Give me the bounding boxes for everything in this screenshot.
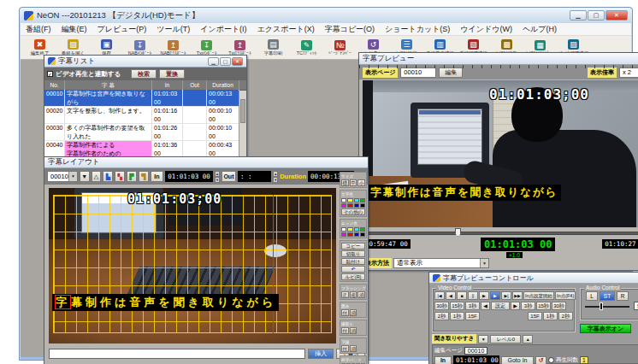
color-swatch[interactable]	[347, 227, 352, 232]
listen-up-button[interactable]: ▲	[523, 335, 533, 343]
skip-button-1[interactable]: 15秒	[450, 302, 464, 310]
seek-slider-track[interactable]	[364, 232, 638, 235]
transport-pause-button[interactable]: ||	[468, 291, 478, 300]
color-swatch[interactable]	[341, 232, 346, 237]
ruby-button[interactable]: ルビ(R)	[341, 273, 365, 280]
color-swatch[interactable]	[354, 232, 359, 237]
in-spinner[interactable]: ▲▼	[215, 171, 220, 182]
fine-right-0[interactable]: 15F	[528, 312, 542, 320]
outline-option-消[interactable]: 消	[350, 327, 357, 334]
layout-tool-icon-3[interactable]: ▛	[127, 171, 137, 182]
transport-stop-button[interactable]: ■	[457, 291, 467, 300]
transport-play-button[interactable]: ▶	[490, 291, 500, 300]
list-maximize-icon[interactable]: ▢	[220, 57, 231, 66]
color-swatch[interactable]	[360, 198, 365, 203]
fine-left-0[interactable]: 2秒	[434, 312, 449, 320]
underline-option-付[interactable]: 付	[341, 345, 349, 352]
page-up-button[interactable]: △	[92, 171, 102, 182]
transport-rewind-button[interactable]: ◀	[446, 291, 456, 300]
in-f4-button[interactable]: In点(F4)	[555, 291, 576, 300]
search-button[interactable]: 検索	[131, 69, 157, 79]
skip-button-3[interactable]: ◀	[481, 302, 490, 310]
menu-item-編集(E)[interactable]: 編集(E)	[56, 24, 92, 35]
preview-video[interactable]: 01:01:03;00 字幕制作は音声を聞き取りながら	[363, 80, 638, 227]
color-swatch[interactable]	[347, 232, 352, 237]
flash-option-逆[interactable]: 逆	[350, 291, 357, 298]
subtitle-cursor-char[interactable]: 字	[55, 295, 71, 309]
link-playback-checkbox[interactable]: ✓	[47, 71, 53, 77]
toolbar-button-nab-export[interactable]: ↥NABｴｸｽﾎﾟｰﾄ	[157, 39, 190, 56]
outline-option-付[interactable]: 付	[341, 327, 349, 334]
caption-display-on-button[interactable]: 字幕表示オン	[580, 324, 631, 333]
page-down-button[interactable]: ▼	[80, 171, 90, 182]
size-option-標準[interactable]: 標準	[341, 179, 349, 186]
edit-button[interactable]: 編集	[439, 68, 463, 78]
list-scrollbar-thumb[interactable]	[240, 99, 245, 123]
fine-left-2[interactable]: 15F	[465, 312, 480, 320]
toolbar-button-nab-import[interactable]: ↧NABｲﾝﾎﾟｰﾄ	[123, 39, 157, 56]
color-swatch[interactable]	[360, 232, 365, 237]
column-header-4[interactable]: Duration	[207, 80, 239, 90]
box-option-付[interactable]: 付	[341, 309, 349, 316]
skip-button-0[interactable]: 30秒	[434, 302, 449, 310]
display-method-select[interactable]: 通常表示▼	[393, 258, 489, 268]
transport-frame-play-button[interactable]: ▶	[479, 291, 489, 300]
insert-button[interactable]: 挿入	[308, 349, 334, 359]
table-row[interactable]: 00030多くの字幕制作者の要望を取り入れた01:01:26 0000:00:1…	[44, 124, 246, 141]
channel-R-button[interactable]: R	[617, 291, 629, 301]
color-swatch[interactable]	[347, 203, 352, 208]
layout-tool-icon-4[interactable]: ▜	[139, 171, 149, 182]
subtitle-text-input[interactable]	[49, 349, 305, 359]
fine-right-2[interactable]: 2秒	[558, 312, 573, 320]
volume-slider-track[interactable]	[585, 306, 629, 308]
menu-item-ショートカット(S)[interactable]: ショートカット(S)	[380, 24, 455, 35]
column-header-2[interactable]: In	[152, 80, 183, 90]
color-swatch[interactable]	[354, 198, 359, 203]
close-button[interactable]: ✕	[606, 10, 628, 21]
out-spinner[interactable]: ▲▼	[273, 171, 278, 182]
color-swatch[interactable]	[341, 227, 346, 232]
column-header-1[interactable]: 字 幕	[65, 80, 152, 90]
maximize-button[interactable]: ▢	[588, 10, 605, 21]
ctl-in-button[interactable]: In	[434, 356, 452, 364]
skip-button-4[interactable]: 設定	[491, 302, 510, 310]
seek-slider-thumb[interactable]	[455, 228, 461, 237]
undo-icon[interactable]: ↶	[341, 266, 365, 273]
menu-item-ウインドウ(W)[interactable]: ウインドウ(W)	[455, 24, 517, 35]
flash-option-消[interactable]: 消	[357, 291, 365, 298]
flash-option-正[interactable]: 正	[341, 291, 349, 298]
list-scrollbar[interactable]	[239, 91, 246, 162]
in-set-start-button[interactable]: In点設定開始	[523, 291, 554, 300]
color-swatch[interactable]	[354, 227, 359, 232]
color-swatch[interactable]	[347, 198, 352, 203]
paste-button[interactable]: 貼付け	[341, 258, 365, 265]
fine-right-1[interactable]: 1秒	[543, 312, 558, 320]
layout-tool-icon-1[interactable]: ▙	[103, 171, 113, 182]
transport-fast-forward-button[interactable]: ▶▶	[512, 291, 523, 300]
color-swatch[interactable]	[341, 203, 346, 208]
toolbar-button-txt-import[interactable]: ↧Txtｲﾝﾎﾟｰﾄ	[190, 39, 223, 56]
layout-tool-icon-2[interactable]: ▚	[115, 171, 125, 182]
replace-button[interactable]: 置換	[159, 69, 185, 79]
menu-item-番組(F)[interactable]: 番組(F)	[21, 24, 56, 35]
color-swatch[interactable]	[341, 198, 346, 203]
skip-button-8[interactable]: 30秒	[552, 302, 566, 310]
fine-left-1[interactable]: 1秒	[450, 312, 464, 320]
transport-jump-start-button[interactable]: |◀	[434, 291, 445, 300]
other-color-button[interactable]: その他の色	[341, 208, 365, 215]
color-swatch[interactable]	[360, 203, 365, 208]
zoom-select[interactable]: x 2▼	[619, 68, 638, 78]
copy-button[interactable]: コピー	[341, 243, 365, 250]
menu-item-ヘルプ(H)[interactable]: ヘルプ(H)	[517, 24, 562, 35]
skip-button-6[interactable]: 3秒	[521, 302, 535, 310]
transport-step-button[interactable]: ▶|	[501, 291, 511, 300]
volume-slider-thumb[interactable]	[600, 302, 603, 310]
list-minimize-icon[interactable]: ▁	[208, 57, 219, 66]
table-row[interactable]: 00010字幕制作は音声を聞き取りながら01:01:03 0000:00:13 …	[44, 90, 246, 107]
toolbar-button-txt-export[interactable]: ↥Txtｴｸｽﾎﾟｰﾄ	[223, 39, 257, 56]
out-button[interactable]: Out	[222, 171, 236, 182]
skip-button-5[interactable]: ▶	[511, 302, 520, 310]
minimize-button[interactable]: ▁	[570, 10, 587, 21]
list-title-bar[interactable]: 字幕リスト ▁ ▢ ✕	[44, 56, 246, 68]
loop-icon[interactable]: ↺	[535, 356, 546, 364]
